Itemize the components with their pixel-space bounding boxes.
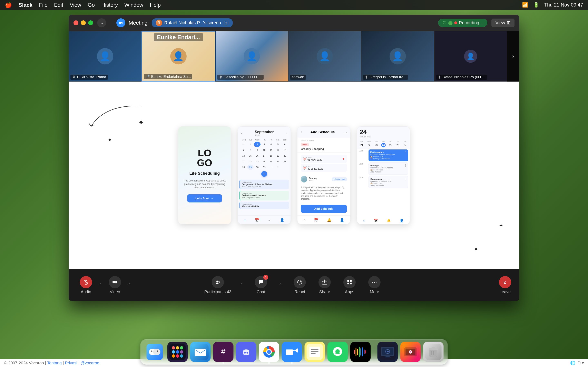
next-participants-button[interactable]: ›	[507, 31, 519, 82]
participants-chevron[interactable]: ^	[238, 279, 245, 291]
dock-whatsapp[interactable]	[328, 342, 348, 362]
audio-chevron[interactable]: ^	[97, 279, 104, 291]
sv-nav-home[interactable]: ⌂	[363, 218, 365, 222]
nav-calendar-2[interactable]: 📅	[314, 218, 319, 222]
nav-home[interactable]: ⌂	[244, 218, 246, 222]
video-thumb-5[interactable]: 👤 🎙 Gregorius Jordan Ira...	[361, 31, 434, 82]
chat-control[interactable]: 1 Chat	[252, 276, 270, 294]
chevron-down-button[interactable]: ⌄	[97, 18, 106, 27]
video-thumb-6[interactable]: 👤 🎙 Rafael Nicholas Po (000...	[434, 31, 507, 82]
apps-control[interactable]: Apps	[340, 276, 359, 294]
react-control[interactable]: React	[291, 276, 309, 294]
dock-zoom[interactable]	[282, 342, 302, 362]
svg-point-29	[180, 350, 183, 354]
menu-file[interactable]: File	[39, 2, 48, 8]
nav-bell[interactable]: 🔔	[327, 218, 331, 222]
nav-profile[interactable]: 👤	[280, 218, 285, 222]
video-thumbnails: 👤 🎙 Bukit Vista_Rama 👤 Eunike Endari... …	[69, 31, 507, 82]
vocaroo-at-link[interactable]: @vocaroo	[81, 361, 99, 365]
svg-rect-12	[350, 280, 352, 282]
participants-control[interactable]: Participants 43	[204, 276, 231, 294]
sv-nav-calendar[interactable]: 📅	[374, 218, 378, 222]
nav-calendar[interactable]: 📅	[255, 218, 259, 222]
more-icon[interactable]	[368, 276, 380, 288]
add-schedule-button[interactable]: Add Schedule	[301, 205, 347, 213]
dock-notes[interactable]	[305, 342, 325, 362]
schedule-back[interactable]: ‹	[301, 130, 302, 134]
dock-launchpad[interactable]	[167, 342, 188, 362]
dock-trash[interactable]	[423, 342, 444, 362]
lets-start-button[interactable]: Let's Start →	[187, 194, 222, 202]
participants-icon[interactable]	[212, 276, 224, 288]
security-status: ⬤	[448, 20, 453, 25]
dock-mail[interactable]	[190, 342, 211, 362]
sv-day-sat: Sat 27	[403, 141, 407, 147]
menu-help[interactable]: Help	[150, 2, 161, 8]
svg-point-39	[247, 352, 248, 354]
apps-icon[interactable]	[343, 276, 356, 288]
apple-menu[interactable]: 🍎	[5, 2, 12, 8]
language-chevron[interactable]: ▾	[582, 360, 584, 365]
event-more-icon[interactable]: ⋮	[405, 151, 407, 154]
language-selector[interactable]: 🌐 ID ▾	[570, 360, 584, 365]
leave-control[interactable]: Leave	[499, 276, 511, 294]
add-event-button[interactable]: +	[261, 171, 267, 177]
minimize-button[interactable]	[81, 20, 86, 25]
svg-point-6	[218, 281, 220, 282]
video-icon[interactable]	[109, 276, 121, 288]
sv-nav-profile[interactable]: 👤	[399, 218, 404, 222]
calendar-nav-prev[interactable]: ‹	[241, 132, 242, 135]
dock-discord[interactable]	[236, 342, 256, 362]
date-to-row: Date To 📅 30 June, 2022	[301, 164, 347, 172]
dock-chrome[interactable]	[259, 342, 279, 362]
chat-icon[interactable]: 1	[255, 276, 267, 288]
chat-chevron[interactable]: ^	[277, 279, 284, 291]
video-thumb-2[interactable]: 👤 Eunike Endari... 🎤 Eunike Endariahna S…	[141, 31, 215, 82]
event-more-icon-3[interactable]: ⋮	[404, 177, 407, 180]
share-icon[interactable]	[319, 276, 331, 288]
menu-edit[interactable]: Edit	[54, 2, 63, 8]
recording-badge: Recording...	[454, 20, 483, 25]
react-icon[interactable]	[294, 276, 306, 288]
leave-icon[interactable]	[499, 276, 511, 288]
menu-view[interactable]: View	[70, 2, 81, 8]
video-control[interactable]: Video	[106, 276, 124, 294]
sv-nav-bell[interactable]: 🔔	[387, 218, 391, 222]
menu-history[interactable]: History	[101, 2, 118, 8]
video-chevron[interactable]: ^	[126, 279, 133, 291]
share-control[interactable]: Share	[315, 276, 334, 294]
nav-home-2[interactable]: ⌂	[303, 218, 306, 222]
more-options-btn[interactable]: ⋯	[343, 130, 347, 134]
date-to-val: 📅 30 June, 2022	[303, 167, 323, 170]
video-thumb-4[interactable]: 👤 stiawan	[288, 31, 361, 82]
mute-icon[interactable]	[80, 276, 92, 288]
nav-tasks[interactable]: ✓	[268, 218, 271, 222]
dock-mango[interactable]	[400, 342, 421, 362]
more-options-icon[interactable]: ⊕	[223, 20, 229, 26]
maximize-button[interactable]	[88, 20, 93, 25]
vocaroo-privasi-link[interactable]: Privasi	[65, 361, 77, 365]
svg-rect-65	[386, 356, 390, 357]
event-more-icon-2[interactable]: ⋮	[404, 164, 407, 167]
vocaroo-tentang-link[interactable]: Tentang	[47, 361, 62, 365]
app-name[interactable]: Slack	[18, 2, 33, 8]
menu-window[interactable]: Window	[124, 2, 143, 8]
nav-profile-2[interactable]: 👤	[340, 218, 344, 222]
sv-day-wed[interactable]: Wed 24	[381, 141, 386, 147]
dock-sound-analysis[interactable]	[350, 342, 371, 362]
dock-screenrecord-1[interactable]	[378, 342, 398, 362]
dock-slack[interactable]: #	[213, 342, 233, 362]
audio-control[interactable]: Audio	[77, 276, 95, 294]
change-logo-button[interactable]: Change Logo	[332, 177, 347, 181]
more-control[interactable]: More	[365, 276, 384, 294]
dock-finder[interactable]	[145, 342, 165, 362]
calendar-nav-next[interactable]: ›	[286, 132, 287, 135]
view-button[interactable]: View ⊞	[492, 18, 515, 27]
menu-go[interactable]: Go	[88, 2, 95, 8]
svg-point-26	[180, 346, 183, 350]
video-thumb-1[interactable]: 👤 🎙 Bukit Vista_Rama	[69, 31, 141, 82]
video-thumb-3[interactable]: 👤 🎙 Descellia Ng (000001...	[215, 31, 288, 82]
schedule-avatar-row: 🛒 Grocery shop Change Logo	[297, 174, 350, 184]
close-button[interactable]	[73, 20, 78, 25]
app-title: Life Scheduling	[190, 171, 220, 176]
